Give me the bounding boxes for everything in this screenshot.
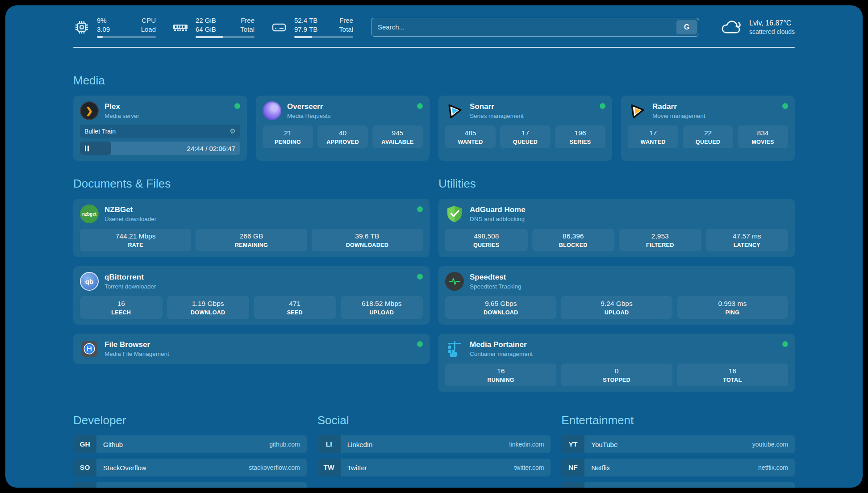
app-subtitle: Media File Management (104, 351, 169, 357)
developer-group: Developer GH Github github.com SO StackO… (73, 414, 307, 488)
storage-progress-bar (294, 36, 353, 38)
gear-icon[interactable]: ⚙ (230, 127, 236, 135)
app-subtitle: Usenet downloader (104, 216, 156, 222)
memory-total: 64 GiB (196, 25, 223, 34)
card-adguard-home[interactable]: AdGuard Home DNS and adblocking 498,508 … (438, 199, 795, 257)
link-abbr: TW (317, 459, 341, 476)
stat-box: 0.993 ms PING (677, 296, 788, 319)
app-subtitle: Torrent downloader (104, 283, 156, 290)
card-radarr[interactable]: Radarr Movie management 17 WANTED 22 QUE… (621, 96, 795, 161)
link-abbr: LI (317, 435, 341, 453)
section-title-media: Media (73, 74, 795, 88)
stat-box: 498,508 QUERIES (445, 229, 528, 251)
link-linkedin[interactable]: LI LinkedIn linkedin.com (317, 435, 551, 453)
status-dot (782, 103, 788, 109)
link-abbr: NF (561, 459, 584, 476)
app-name: Sonarr (470, 102, 524, 111)
cpu-icon (73, 19, 90, 36)
card-sonarr[interactable]: Sonarr Series management 485 WANTED 17 Q… (438, 96, 612, 161)
link-dev[interactable]: DT DEV dev.to (73, 482, 307, 488)
radarr-icon (628, 101, 647, 120)
app-subtitle: DNS and adblocking (470, 216, 526, 222)
storage-stat: 52.4 TB 97.9 TB Free Total (271, 16, 353, 38)
link-abbr: RE (561, 482, 584, 488)
card-nzbget[interactable]: nzbget NZBGet Usenet downloader 744.21 M… (73, 199, 430, 257)
stat-box: 471 SEED (254, 296, 336, 319)
utilities-column: Utilities (438, 177, 795, 392)
pause-icon[interactable] (85, 146, 89, 151)
card-overseerr[interactable]: Overseerr Media Requests 21 PENDING 40 A… (256, 96, 430, 161)
cpu-load-label: Load (136, 25, 156, 34)
stat-box: 266 GB REMAINING (196, 229, 307, 251)
playback-progress[interactable]: 24:44 / 02:06:47 (80, 142, 240, 155)
section-title-developer: Developer (73, 414, 307, 427)
cpu-progress-bar (97, 36, 156, 38)
section-title-utilities: Utilities (438, 177, 795, 191)
app-name: qBittorrent (104, 273, 156, 282)
nzbget-icon: nzbget (80, 205, 99, 223)
link-youtube[interactable]: YT YouTube youtube.com (561, 435, 795, 453)
stat-box: 2,953 FILTERED (619, 229, 701, 251)
section-title-entertainment: Entertainment (561, 414, 795, 427)
weather-widget[interactable]: Lviv, 16.87°C scattered clouds (720, 17, 795, 38)
weather-location-temp: Lviv, 16.87°C (749, 19, 795, 27)
top-bar: 9% 3.09 CPU Load (73, 16, 795, 38)
cpu-percent: 9% (97, 16, 125, 25)
entertainment-group: Entertainment YT YouTube youtube.com NF … (561, 414, 795, 488)
stat-box: 0 STOPPED (561, 363, 672, 386)
status-dot (417, 274, 423, 280)
memory-total-label: Total (235, 25, 255, 34)
hard-drive-icon (271, 19, 288, 36)
section-title-documents: Documents & Files (73, 177, 430, 191)
link-reddit[interactable]: RE Reddit reddit.com (561, 482, 795, 488)
stat-box: 834 MOVIES (738, 125, 788, 148)
stat-box: 1.19 Gbps DOWNLOAD (167, 296, 250, 319)
weather-condition: scattered clouds (749, 28, 795, 35)
speedtest-pulse-icon (445, 272, 464, 291)
stat-box: 17 QUEUED (500, 125, 551, 148)
link-abbr: DT (73, 482, 96, 488)
app-name: Speedtest (470, 273, 522, 282)
card-plex[interactable]: ❯ Plex Media server Bullet Train ⚙ 24:44… (73, 96, 247, 161)
file-browser-icon (80, 339, 99, 358)
status-dot (600, 103, 605, 109)
card-qbittorrent[interactable]: qb qBittorrent Torrent downloader 16 LEE… (73, 266, 430, 325)
app-subtitle: Media server (104, 113, 139, 119)
app-name: Radarr (652, 102, 705, 111)
system-stats: 9% 3.09 CPU Load (73, 16, 353, 38)
qbittorrent-icon: qb (80, 272, 99, 291)
link-netflix[interactable]: NF Netflix netflix.com (561, 459, 795, 476)
stat-box: 16 LEECH (80, 296, 163, 319)
storage-free-label: Free (334, 16, 353, 25)
memory-progress-bar (196, 36, 255, 38)
app-name: File Browser (104, 340, 169, 349)
memory-stat: 22 GiB 64 GiB Free Total (172, 16, 255, 38)
card-file-browser[interactable]: File Browser Media File Management (73, 334, 430, 364)
storage-total-label: Total (334, 25, 353, 34)
app-subtitle: Speedtest Tracking (470, 283, 522, 290)
overseerr-icon (263, 101, 281, 120)
app-subtitle: Movie management (652, 113, 705, 119)
stat-box: 9.24 Gbps UPLOAD (561, 296, 672, 319)
stat-box: 40 APPROVED (317, 125, 368, 148)
status-dot (417, 103, 423, 109)
portainer-crane-icon (445, 339, 464, 358)
card-media-portainer[interactable]: Media Portainer Container management 16 … (438, 334, 795, 392)
link-abbr: SO (73, 459, 96, 476)
app-name: Overseerr (287, 102, 331, 111)
stat-box: 22 QUEUED (683, 125, 733, 148)
now-playing-row: Bullet Train ⚙ (80, 125, 240, 138)
google-search-button[interactable]: G (676, 20, 697, 34)
cpu-label: CPU (136, 16, 156, 25)
card-speedtest[interactable]: Speedtest Speedtest Tracking 9.65 Gbps D… (438, 266, 795, 325)
search-input[interactable] (371, 18, 699, 37)
stat-box: 744.21 Mbps RATE (80, 229, 191, 251)
stat-box: 945 AVAILABLE (372, 125, 423, 148)
memory-free-label: Free (235, 16, 255, 25)
storage-total: 97.9 TB (294, 25, 322, 34)
app-subtitle: Container management (470, 351, 533, 357)
storage-free: 52.4 TB (294, 16, 322, 25)
link-stackoverflow[interactable]: SO StackOverflow stackoverflow.com (73, 459, 307, 476)
link-twitter[interactable]: TW Twitter twitter.com (317, 459, 551, 476)
link-github[interactable]: GH Github github.com (73, 435, 307, 453)
